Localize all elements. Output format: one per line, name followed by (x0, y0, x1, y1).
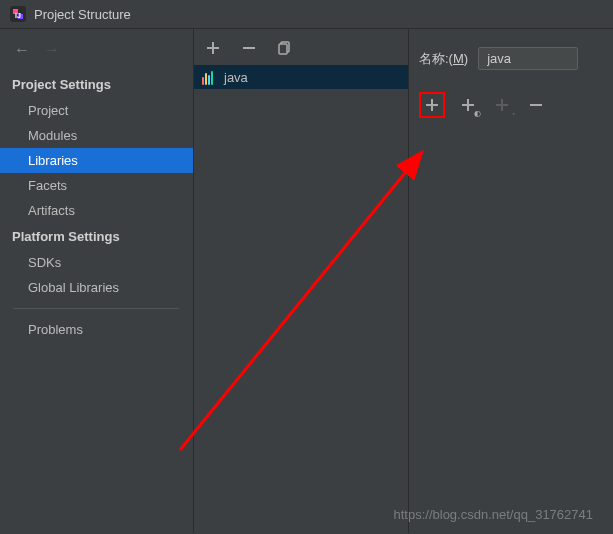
forward-arrow-icon[interactable]: → (44, 41, 60, 59)
section-header-project-settings: Project Settings (0, 71, 193, 98)
nav-arrows: ← → (0, 35, 193, 71)
library-toolbar (194, 29, 408, 65)
sidebar-item-problems[interactable]: Problems (0, 317, 193, 342)
add-library-icon[interactable] (204, 39, 222, 57)
name-row: 名称:(M) (417, 35, 605, 88)
small-badge-icon: • (512, 109, 515, 118)
svg-text:IJ: IJ (15, 12, 21, 19)
library-name-input[interactable] (478, 47, 578, 70)
watermark: https://blog.csdn.net/qq_31762741 (394, 507, 594, 522)
detail-toolbar: ◐ • (417, 88, 605, 122)
sidebar-item-project[interactable]: Project (0, 98, 193, 123)
section-header-platform-settings: Platform Settings (0, 223, 193, 250)
remove-root-icon[interactable] (525, 94, 547, 116)
library-detail-panel: 名称:(M) ◐ • (409, 29, 613, 533)
library-list-panel: java (194, 29, 409, 533)
back-arrow-icon[interactable]: ← (14, 41, 30, 59)
name-label: 名称:(M) (419, 50, 468, 68)
divider (14, 308, 179, 309)
library-item-java[interactable]: java (194, 65, 408, 89)
add-with-options-icon[interactable]: ◐ (457, 94, 479, 116)
sidebar: ← → Project Settings Project Modules Lib… (0, 29, 194, 533)
library-list: java (194, 65, 408, 89)
svg-rect-3 (279, 44, 287, 54)
library-icon (202, 69, 218, 85)
options-badge-icon: ◐ (474, 109, 481, 118)
remove-library-icon[interactable] (240, 39, 258, 57)
add-root-icon[interactable] (419, 92, 445, 118)
copy-library-icon[interactable] (276, 39, 294, 57)
app-icon: IJ (10, 6, 26, 22)
sidebar-item-libraries[interactable]: Libraries (0, 148, 193, 173)
add-disabled-icon[interactable]: • (491, 94, 513, 116)
library-item-label: java (224, 70, 248, 85)
sidebar-item-facets[interactable]: Facets (0, 173, 193, 198)
sidebar-item-global-libraries[interactable]: Global Libraries (0, 275, 193, 300)
window-title: Project Structure (34, 7, 131, 22)
sidebar-item-sdks[interactable]: SDKs (0, 250, 193, 275)
title-bar: IJ Project Structure (0, 0, 613, 29)
sidebar-item-modules[interactable]: Modules (0, 123, 193, 148)
sidebar-item-artifacts[interactable]: Artifacts (0, 198, 193, 223)
